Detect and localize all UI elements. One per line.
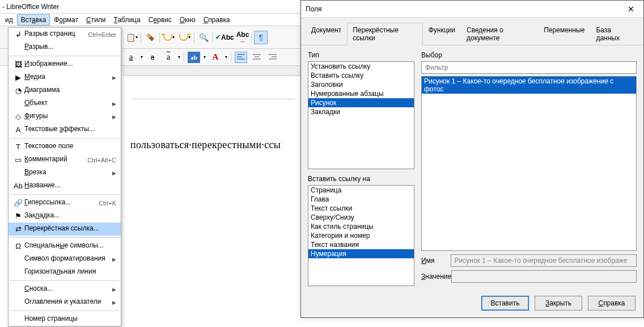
menu-help[interactable]: Справка	[200, 14, 234, 26]
paint-format-icon[interactable]	[143, 31, 157, 44]
tab-5[interactable]: База данных	[590, 23, 639, 45]
menu-item-hyperlink[interactable]: 🔗Гиперссылка...Ctrl+K	[9, 196, 121, 209]
list-item[interactable]: Сверху/Снизу	[308, 213, 414, 222]
list-item[interactable]: Вставить ссылку	[308, 71, 414, 80]
insertref-label: Вставить ссылку на	[308, 175, 414, 183]
menu-item-label: Комментарий	[24, 155, 87, 163]
char-bg-btn[interactable]: ab	[188, 52, 200, 63]
submenu-arrow-icon: ▶	[112, 257, 121, 262]
menu-item-text-field[interactable]: TТекстовое поле	[9, 140, 121, 153]
menu-item-text-effects[interactable]: AТекстовые эффекты...	[9, 123, 121, 136]
menu-item-media[interactable]: ▶Медиа▶	[9, 71, 121, 84]
type-listbox[interactable]: Установить ссылкуВставить ссылкуЗаголовк…	[308, 61, 414, 169]
tab-4[interactable]: Переменные	[538, 23, 590, 45]
image-icon: 🖼	[12, 60, 24, 69]
list-item[interactable]: Закладки	[308, 107, 414, 116]
menu-item-chart[interactable]: ◔Диаграмма	[9, 84, 121, 97]
ruler[interactable]	[122, 66, 300, 76]
list-item[interactable]: Рисунок 1 – Какое-то очередное бесплатно…	[422, 77, 636, 94]
menu-item-hline[interactable]: Горизонтальная линия	[9, 266, 121, 279]
find-icon[interactable]: 🔍	[197, 31, 210, 44]
menu-styles[interactable]: Стили	[82, 14, 110, 26]
menu-item-page-break[interactable]: ↲Разрыв страницCtrl+Enter	[9, 28, 121, 41]
list-item[interactable]: Категория и номер	[308, 231, 414, 240]
list-item[interactable]: Установить ссылку	[308, 62, 414, 71]
menu-insert[interactable]: Вставка	[17, 14, 50, 26]
menu-item-footnote[interactable]: Сноска...▶	[9, 283, 121, 296]
align-left-btn[interactable]	[235, 52, 247, 63]
shortcut: Ctrl+K	[99, 200, 121, 207]
align-center-btn[interactable]	[251, 52, 263, 63]
tab-2[interactable]: Функции	[423, 23, 461, 45]
menu-item-frame[interactable]: Врезка▶	[9, 166, 121, 179]
list-item[interactable]: Текст названия	[308, 240, 414, 249]
filter-input[interactable]	[421, 61, 637, 74]
dialog-titlebar[interactable]: Поля ✕	[301, 1, 643, 18]
menu-item-caption[interactable]: AbНазвание...	[9, 179, 121, 192]
list-item[interactable]: Страница	[308, 186, 414, 195]
menu-item-label: Название...	[24, 181, 121, 189]
tab-0[interactable]: Документ	[306, 23, 347, 45]
menubar[interactable]: идВставкаФорматСтилиТаблицаСервисОкноСпр…	[0, 14, 300, 26]
clipboard-icon[interactable]: 📋▾	[125, 31, 138, 44]
list-item[interactable]: Как стиль страницы	[308, 222, 414, 231]
titlebar: - LibreOffice Writer	[0, 0, 300, 14]
shortcut: Ctrl+Enter	[88, 31, 121, 38]
separator	[194, 32, 194, 43]
autospell-icon[interactable]: Abc﹏	[236, 31, 249, 44]
help-button[interactable]: Справка	[588, 296, 635, 311]
separator	[141, 32, 141, 43]
list-item[interactable]: Нумерация	[308, 249, 414, 258]
caption-icon: Ab	[12, 182, 24, 190]
menu-item-image[interactable]: 🖼Изображение...	[9, 58, 121, 71]
separator	[231, 52, 231, 62]
underline-a-btn[interactable]: a	[125, 52, 137, 63]
list-item[interactable]: Нумерованные абзацы	[308, 89, 414, 98]
insert-button[interactable]: Вставить	[481, 296, 529, 311]
strike-a-btn[interactable]: a	[146, 52, 159, 63]
close-button[interactable]: Закрыть	[535, 296, 582, 311]
menu-item-fmt-symbol[interactable]: Символ форматирования▶	[9, 253, 121, 266]
submenu-arrow-icon: ▶	[112, 287, 121, 292]
align-right-btn[interactable]	[266, 52, 279, 63]
menu-item-cross-ref[interactable]: ⇄Перекрёстная ссылка...	[9, 223, 121, 236]
separator	[184, 52, 184, 62]
overline-a-btn[interactable]: a	[162, 52, 175, 63]
char-fg-btn[interactable]: A	[209, 52, 222, 63]
text-effects-icon: A	[12, 125, 24, 134]
selection-listbox[interactable]: Рисунок 1 – Какое-то очередное бесплатно…	[421, 76, 637, 251]
menu-item-label: Специальные символы...	[24, 241, 121, 249]
submenu-arrow-icon: ▶	[112, 300, 121, 305]
comment-icon: ▭	[12, 156, 24, 164]
menu-item-shapes[interactable]: ◇Фигуры▶	[9, 110, 121, 123]
list-item[interactable]: Глава	[308, 195, 414, 204]
menu-table[interactable]: Таблица	[110, 14, 145, 26]
pilcrow-toggle[interactable]: ¶	[254, 31, 268, 44]
menu-item-bookmark[interactable]: ⚑Закладка...	[9, 209, 121, 223]
spellcheck-icon[interactable]: ✔Abc	[215, 33, 234, 41]
list-item[interactable]: Текст ссылки	[308, 204, 414, 213]
tab-1[interactable]: Перекрёстные ссылки	[347, 23, 422, 45]
menu-view[interactable]: ид	[1, 14, 17, 26]
menu-item-special-chars[interactable]: ΩСпециальные символы...	[9, 240, 121, 253]
separator	[251, 32, 252, 43]
tab-3[interactable]: Сведения о документе	[461, 23, 538, 45]
menu-item-page-number[interactable]: Номер страницы	[9, 313, 121, 326]
insertref-listbox[interactable]: СтраницаГлаваТекст ссылкиСверху/СнизуКак…	[308, 185, 414, 286]
menu-service[interactable]: Сервис	[145, 14, 176, 26]
menu-item-label: Фигуры	[24, 112, 112, 120]
list-item[interactable]: Заголовки	[308, 80, 414, 89]
menu-item-toc[interactable]: Оглавления и указатели▶	[9, 296, 121, 309]
list-item[interactable]: Рисунок	[308, 98, 414, 107]
close-icon[interactable]: ✕	[623, 3, 639, 15]
menu-window[interactable]: Окно	[176, 14, 200, 26]
undo-icon[interactable]: ▾	[162, 31, 176, 44]
redo-icon[interactable]: ▾	[178, 31, 192, 44]
menu-item-comment[interactable]: ▭КомментарийCtrl+Alt+C	[9, 153, 121, 166]
insert-menu[interactable]: ↲Разрыв страницCtrl+EnterРазрыв...🖼Изобр…	[8, 27, 121, 326]
fields-dialog: Поля ✕ ДокументПерекрёстные ссылкиФункци…	[300, 0, 644, 318]
menu-item-label: Объект	[24, 99, 112, 107]
menu-item-object[interactable]: Объект▶	[9, 97, 121, 110]
menu-format[interactable]: Формат	[50, 14, 82, 26]
menu-item-break[interactable]: Разрыв...	[9, 41, 121, 54]
